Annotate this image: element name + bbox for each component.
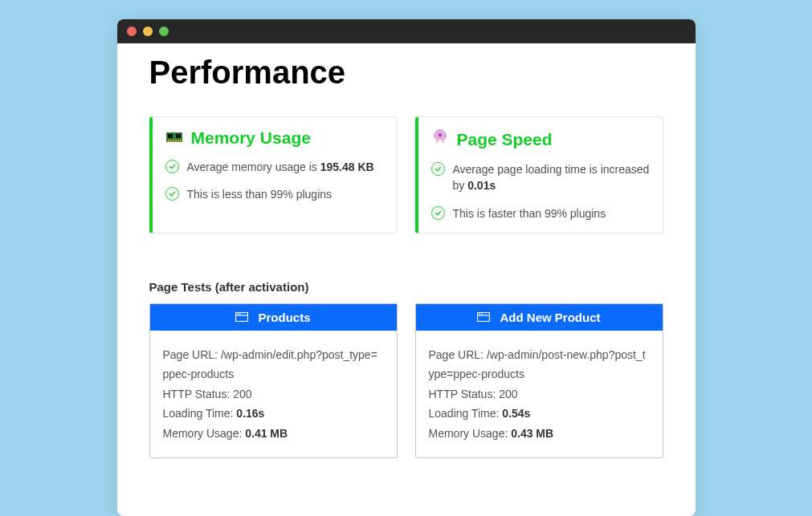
speed-stat-2-text: This is faster than 99% plugins [453, 205, 606, 221]
label: Loading Time: [163, 407, 237, 420]
page-tests-header: Page Tests (after activation) [149, 280, 663, 294]
svg-rect-12 [238, 314, 239, 315]
products-loading-row: Loading Time: 0.16s [163, 404, 384, 424]
summary-row: Memory Usage Average memory usage is 195… [149, 116, 663, 234]
svg-rect-17 [481, 314, 483, 315]
label: HTTP Status: [163, 388, 234, 400]
speed-card-title: Page Speed [457, 130, 553, 149]
add-product-loading-row: Loading Time: 0.54s [429, 404, 650, 424]
window-titlebar [117, 19, 696, 43]
memory-chip-icon [165, 129, 183, 148]
svg-rect-13 [239, 314, 241, 315]
add-product-url-row: Page URL: /wp-admin/post-new.php?post_ty… [429, 345, 650, 384]
window-icon [235, 311, 248, 324]
rocket-icon [431, 128, 449, 150]
speed-stat-1-text: Average page loading time is increased b… [453, 161, 650, 194]
tests-row: Products Page URL: /wp-admin/edit.php?po… [149, 303, 663, 459]
label: Memory Usage: [429, 427, 512, 440]
maximize-icon[interactable] [159, 26, 169, 36]
check-icon [431, 162, 445, 176]
text-bold: 0.01s [467, 179, 496, 192]
svg-rect-2 [176, 134, 181, 138]
label: HTTP Status: [429, 388, 500, 400]
app-window: Performance Memory Usage Average memory … [117, 19, 696, 516]
products-test-card: Products Page URL: /wp-admin/edit.php?po… [149, 303, 398, 459]
svg-rect-16 [479, 314, 481, 315]
memory-stat-1-text: Average memory usage is 195.48 KB [187, 159, 374, 175]
value: 0.41 MB [245, 427, 288, 440]
value: 0.16s [236, 407, 264, 420]
text-fragment: Average memory usage is [187, 160, 320, 173]
svg-point-9 [438, 133, 442, 137]
check-icon [165, 160, 179, 173]
content-area: Performance Memory Usage Average memory … [117, 43, 696, 482]
memory-usage-card: Memory Usage Average memory usage is 195… [149, 116, 398, 234]
svg-rect-1 [168, 134, 173, 138]
add-product-status-row: HTTP Status: 200 [429, 384, 650, 404]
page-title: Performance [149, 55, 663, 91]
products-test-body: Page URL: /wp-admin/edit.php?post_type=p… [150, 331, 397, 458]
minimize-icon[interactable] [143, 26, 153, 36]
speed-stat-2: This is faster than 99% plugins [431, 205, 650, 221]
check-icon [431, 206, 445, 220]
text-bold: 195.48 KB [320, 160, 374, 173]
add-product-memory-row: Memory Usage: 0.43 MB [429, 424, 650, 444]
speed-card-header: Page Speed [431, 128, 650, 150]
add-product-test-body: Page URL: /wp-admin/post-new.php?post_ty… [416, 331, 663, 458]
memory-stat-2-text: This is less than 99% plugins [187, 186, 333, 202]
memory-card-title: Memory Usage [191, 128, 311, 148]
memory-stat-2: This is less than 99% plugins [165, 186, 384, 202]
window-icon [477, 311, 490, 324]
value: 0.43 MB [511, 427, 553, 440]
products-status-row: HTTP Status: 200 [163, 384, 384, 404]
products-memory-row: Memory Usage: 0.41 MB [163, 424, 384, 444]
label: Memory Usage: [163, 427, 246, 440]
memory-stat-1: Average memory usage is 195.48 KB [165, 159, 384, 175]
svg-rect-4 [170, 140, 172, 142]
svg-rect-6 [175, 140, 177, 142]
products-test-header: Products [150, 304, 397, 331]
add-product-test-title: Add New Product [500, 311, 600, 324]
label: Page URL: [429, 348, 487, 361]
add-product-test-header: Add New Product [416, 304, 663, 331]
add-product-test-card: Add New Product Page URL: /wp-admin/post… [415, 303, 663, 459]
speed-stat-1: Average page loading time is increased b… [431, 161, 650, 194]
label: Loading Time: [429, 407, 503, 420]
label: Page URL: [163, 348, 221, 361]
products-url-row: Page URL: /wp-admin/edit.php?post_type=p… [163, 345, 384, 384]
page-speed-card: Page Speed Average page loading time is … [415, 116, 663, 234]
svg-rect-8 [180, 140, 182, 142]
svg-rect-3 [168, 140, 169, 142]
products-test-title: Products [258, 311, 310, 324]
svg-rect-5 [173, 140, 174, 142]
memory-card-header: Memory Usage [165, 128, 384, 148]
svg-rect-7 [177, 140, 179, 142]
close-icon[interactable] [127, 26, 137, 36]
value: 200 [233, 388, 251, 400]
value: 200 [499, 388, 517, 400]
value: 0.54s [502, 407, 530, 420]
check-icon [165, 187, 179, 201]
